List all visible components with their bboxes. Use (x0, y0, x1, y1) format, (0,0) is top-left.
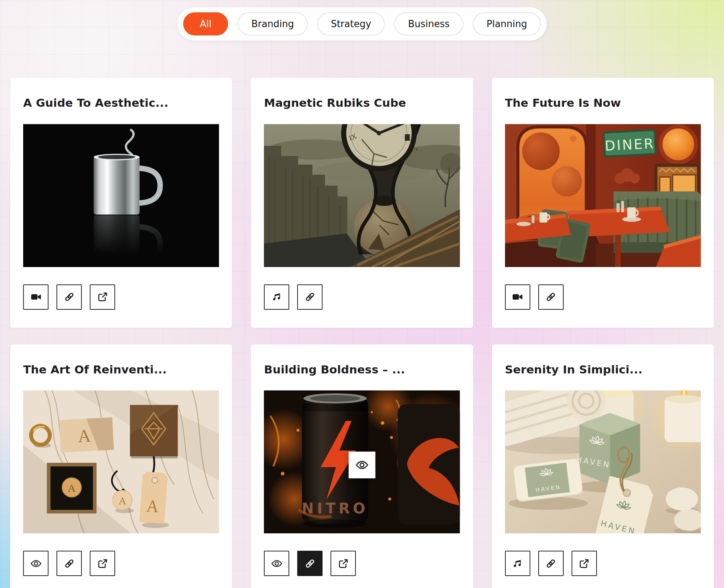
jewelry-flatlay-art: A A A (23, 390, 219, 533)
card-title: The Future Is Now (505, 97, 701, 110)
video-action-button[interactable] (505, 284, 530, 310)
filter-pill-strategy[interactable]: Strategy (317, 12, 385, 35)
card-actions (505, 284, 701, 310)
monogram-rect-tag-text: A (146, 496, 160, 516)
card-serenity-in-simplicity: Serenity In Simplici... (492, 344, 714, 588)
external-link-action-button[interactable] (331, 551, 356, 576)
eye-action-button[interactable] (23, 551, 49, 576)
card-actions (23, 284, 219, 310)
card-building-boldness: Building Boldness – ... (251, 344, 473, 588)
card-guide-to-aesthetic: A Guide To Aesthetic... (10, 78, 232, 328)
filter-pill-branding[interactable]: Branding (237, 12, 308, 35)
music-action-button[interactable] (264, 284, 289, 310)
monogram-coin-text: A (68, 482, 76, 494)
eye-action-button[interactable] (264, 551, 289, 576)
link-icon (304, 291, 316, 303)
retro-diner-art: DINER (505, 124, 701, 267)
link-icon (304, 558, 316, 569)
video-action-button[interactable] (23, 284, 49, 310)
eye-icon (30, 558, 42, 569)
link-action-button[interactable] (297, 284, 323, 310)
hourglass-art: IX (264, 124, 460, 267)
link-icon (64, 558, 75, 569)
music-icon (512, 558, 523, 569)
music-icon (271, 291, 282, 303)
card-actions (264, 551, 460, 576)
card-thumbnail[interactable]: HAVEN HAVEN (505, 390, 701, 533)
chrome-mug-art (23, 124, 219, 267)
card-thumbnail[interactable]: A A A (23, 390, 219, 533)
haven-spa-art: HAVEN HAVEN (505, 390, 701, 533)
card-title: Magnetic Rubiks Cube (264, 97, 460, 110)
monogram-card-text: A (77, 426, 92, 447)
card-title: The Art Of Reinventi... (23, 363, 219, 376)
link-action-button[interactable] (56, 284, 82, 310)
external-link-icon (338, 558, 349, 569)
eye-icon (355, 458, 369, 471)
video-icon (512, 291, 523, 303)
filter-bar: All Branding Strategy Business Planning (177, 7, 547, 41)
card-thumbnail[interactable]: NITRO (264, 390, 460, 533)
external-link-action-button[interactable] (90, 284, 115, 310)
diner-sign-text: DINER (604, 135, 655, 154)
card-actions (505, 551, 701, 576)
preview-eye-overlay (349, 452, 375, 478)
link-action-button[interactable] (56, 551, 82, 576)
card-actions (23, 551, 219, 576)
external-link-action-button[interactable] (572, 551, 597, 576)
link-icon (64, 291, 75, 303)
music-action-button[interactable] (505, 551, 530, 576)
link-icon (545, 291, 556, 303)
card-the-future-is-now: The Future Is Now (492, 78, 714, 328)
video-icon (30, 291, 42, 303)
card-title: Serenity In Simplici... (505, 363, 701, 376)
monogram-round-tag-text: A (118, 495, 126, 507)
filter-pill-planning[interactable]: Planning (473, 12, 541, 35)
card-title: A Guide To Aesthetic... (23, 97, 219, 110)
link-action-button[interactable] (538, 284, 564, 310)
link-action-button[interactable] (297, 551, 323, 576)
card-thumbnail[interactable] (23, 124, 219, 267)
card-art-of-reinventing: The Art Of Reinventi... (10, 344, 232, 588)
external-link-icon (97, 558, 108, 569)
filter-pill-all[interactable]: All (183, 12, 228, 35)
external-link-action-button[interactable] (90, 551, 115, 576)
external-link-icon (97, 291, 108, 303)
eye-icon (271, 558, 282, 569)
card-title: Building Boldness – ... (264, 363, 460, 376)
external-link-icon (578, 558, 590, 569)
link-icon (545, 558, 556, 569)
card-magnetic-rubiks-cube: Magnetic Rubiks Cube (251, 78, 473, 328)
card-thumbnail[interactable]: IX (264, 124, 460, 267)
link-action-button[interactable] (538, 551, 564, 576)
card-thumbnail[interactable]: DINER (505, 124, 701, 267)
filter-pill-business[interactable]: Business (394, 12, 463, 35)
card-actions (264, 284, 460, 310)
portfolio-grid: A Guide To Aesthetic... (10, 78, 714, 588)
